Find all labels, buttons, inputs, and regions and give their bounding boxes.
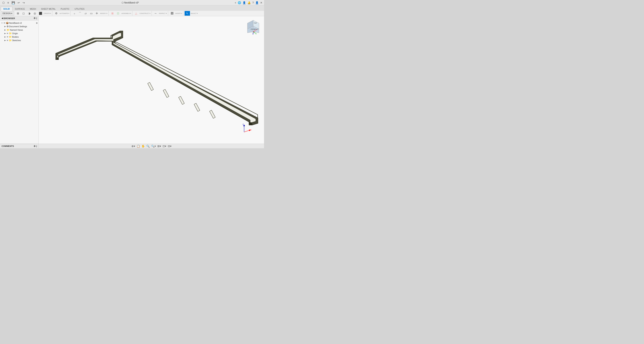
new-component-button[interactable]: ⊞ [15, 11, 21, 16]
display-mode-icon[interactable]: ⊞▾ [157, 145, 161, 148]
expand-sketches-icon[interactable]: ▶ [4, 39, 6, 41]
automate-icon: ⚙ [55, 12, 58, 15]
insert-button[interactable]: 🖼 [169, 11, 175, 16]
assemble-1-button[interactable]: ⊞ [110, 11, 115, 16]
notification-icon[interactable]: 🔔 [248, 1, 251, 4]
zoom-icon[interactable]: 🔍▾ [151, 145, 156, 148]
tab-mesh[interactable]: MESH [28, 7, 39, 11]
app-menu-icon[interactable]: ⬡ [2, 1, 6, 5]
neckband-gear-icon[interactable]: ⚙ [36, 22, 38, 24]
bodies-icon: 📁 [9, 35, 12, 38]
inspect-group: ↔ INSPECT ▾ [152, 11, 168, 16]
comments-panel-bar: COMMENTS ⚙ | [0, 144, 39, 148]
joint-icon: ⊞ [111, 12, 114, 15]
hamburger-menu[interactable]: ≡ [6, 1, 10, 5]
assemble-2-button[interactable]: ⊡ [116, 11, 121, 16]
grid-icon[interactable]: ⊡▾ [162, 145, 166, 148]
document-title: NeckBand v3* [124, 1, 139, 4]
eye-neckband-icon[interactable]: 👁 [4, 22, 6, 24]
expand-neckband-icon[interactable]: ▾ [1, 22, 3, 24]
clipboard-icon[interactable]: 📋 [137, 145, 140, 148]
tab-surface[interactable]: SURFACE [12, 7, 28, 11]
render-icon[interactable]: ⊟▾ [168, 145, 172, 148]
status-bar: ⊕▾ 📋 ✋ 🔍 🔍▾ ⊞▾ ⊡▾ ⊟▾ [39, 144, 264, 148]
profile-icon[interactable]: 👤 [242, 1, 246, 4]
avatar-icon[interactable]: 👤 [255, 1, 258, 4]
construct-label: CONSTRUCT ▾ [139, 12, 151, 14]
revolve-button[interactable]: ◑ [26, 11, 32, 16]
extrude-icon: ◻ [22, 12, 25, 15]
press-pull-button[interactable]: ⬦ [72, 11, 77, 16]
bodies-label: Bodies [12, 36, 38, 38]
expand-doc-icon[interactable]: ▶ [4, 25, 6, 27]
add-tab-icon[interactable]: + [235, 1, 236, 4]
box-button[interactable]: ⬛ [38, 11, 43, 16]
fillet-button[interactable]: ⌒ [77, 11, 83, 16]
extrude-button[interactable]: ◻ [21, 11, 26, 16]
tree-item-named-views[interactable]: ▶ 📁 Named Views [0, 28, 38, 32]
eye-bodies-icon[interactable]: 👁 [6, 36, 8, 38]
comments-resize-icon[interactable]: | [36, 145, 37, 148]
chamfer-button[interactable]: ▱ [83, 11, 88, 16]
expand-origin-icon[interactable]: ▶ [4, 32, 6, 34]
fillet-icon: ⌒ [79, 12, 81, 15]
svg-rect-0 [45, 16, 258, 144]
shell-icon: ▭ [90, 12, 92, 15]
named-views-icon: 📁 [6, 28, 10, 31]
undo-button[interactable]: ↩ [17, 1, 21, 5]
shell-button[interactable]: ▭ [88, 11, 94, 16]
hole-button[interactable]: ◎ [32, 11, 38, 16]
view-cube[interactable]: TOP FRONT RIGHT Y Y Z X [246, 19, 261, 35]
hole-icon: ◎ [34, 12, 36, 15]
tree-item-doc-settings[interactable]: ▶ ⚙ Document Settings [0, 25, 38, 28]
comments-settings-icon[interactable]: ⚙ [34, 145, 36, 148]
doc-settings-label: Document Settings [9, 25, 38, 28]
named-views-label: Named Views [10, 29, 38, 31]
browser-tree: ▾ 👁 📦 NeckBand v3 ⚙ ▶ ⚙ Document Setting… [0, 20, 38, 144]
eye-sketches-icon[interactable]: 👁 [6, 39, 8, 41]
browser-settings-icon[interactable]: ⚙ [34, 17, 36, 19]
help-icon[interactable]: ? [252, 1, 254, 4]
bottom-row: COMMENTS ⚙ | ⊕▾ 📋 ✋ 🔍 🔍▾ ⊞▾ ⊡▾ ⊟▾ [0, 144, 264, 148]
origin-icon: 📁 [9, 32, 12, 35]
tab-solid[interactable]: SOLID [1, 7, 12, 11]
move-button[interactable]: ✛ [94, 11, 100, 16]
titlebar: ⬡ ≡ 💾 ↩ ↪ ⬡ NeckBand v3* + 🌐 👤 🔔 ? 👤 ✕ [0, 0, 264, 5]
window-title: ⬡ NeckBand v3* [122, 1, 139, 4]
svg-text:Z: Z [252, 33, 254, 35]
automate-button[interactable]: ⚙ [54, 11, 59, 16]
globe-icon[interactable]: 🌐 [238, 1, 241, 4]
design-dropdown[interactable]: DESIGN ▾ [1, 11, 14, 15]
browser-panel: ◀ BROWSER ⚙ | ▾ 👁 📦 NeckBand v3 ⚙ ▶ ⚙ Do… [0, 16, 39, 144]
nav-wheel-icon[interactable]: ⊕▾ [132, 145, 135, 148]
redo-button[interactable]: ↪ [22, 1, 26, 5]
tree-item-bodies[interactable]: ▶ 👁 📁 Bodies [0, 35, 38, 39]
tree-item-origin[interactable]: ▶ 👁 📁 Origin [0, 32, 38, 35]
browser-header: ◀ BROWSER ⚙ | [0, 16, 38, 20]
expand-bodies-icon[interactable]: ▶ [4, 36, 6, 38]
chamfer-icon: ▱ [85, 12, 87, 15]
doc-settings-icon: ⚙ [6, 25, 9, 28]
eye-origin-icon[interactable]: 👁 [6, 32, 8, 34]
tree-item-sketches[interactable]: ▶ 👁 📁 Sketches [0, 39, 38, 42]
viewport[interactable]: X Z [39, 16, 264, 144]
browser-resize-icon[interactable]: | [36, 17, 37, 19]
design-label: DESIGN [2, 12, 11, 14]
select-group: ↖ SELECT ▾ [184, 11, 199, 16]
close-icon[interactable]: ✕ [260, 1, 262, 4]
tab-plastic[interactable]: PLASTIC [58, 7, 72, 11]
browser-collapse-icon[interactable]: ◀ [2, 17, 3, 19]
create-group: ⊞ ◻ ◑ ◎ ⬛ CREATE ▾ [14, 11, 52, 16]
svg-text:X: X [256, 29, 257, 31]
tab-sheet-metal[interactable]: SHEET METAL [38, 7, 58, 11]
tree-item-neckband[interactable]: ▾ 👁 📦 NeckBand v3 ⚙ [0, 21, 38, 25]
zoom-fit-icon[interactable]: 🔍 [146, 145, 150, 148]
select-button[interactable]: ↖ [184, 11, 190, 16]
expand-named-views-icon[interactable]: ▶ [4, 29, 6, 31]
save-button[interactable]: 💾 [11, 1, 16, 5]
measure-button[interactable]: ↔ [153, 11, 158, 16]
tab-utilities[interactable]: UTILITIES [72, 7, 87, 11]
create-label: CREATE ▾ [43, 12, 52, 14]
pan-icon[interactable]: ✋ [142, 145, 145, 148]
construct-button[interactable]: △ [134, 11, 139, 16]
